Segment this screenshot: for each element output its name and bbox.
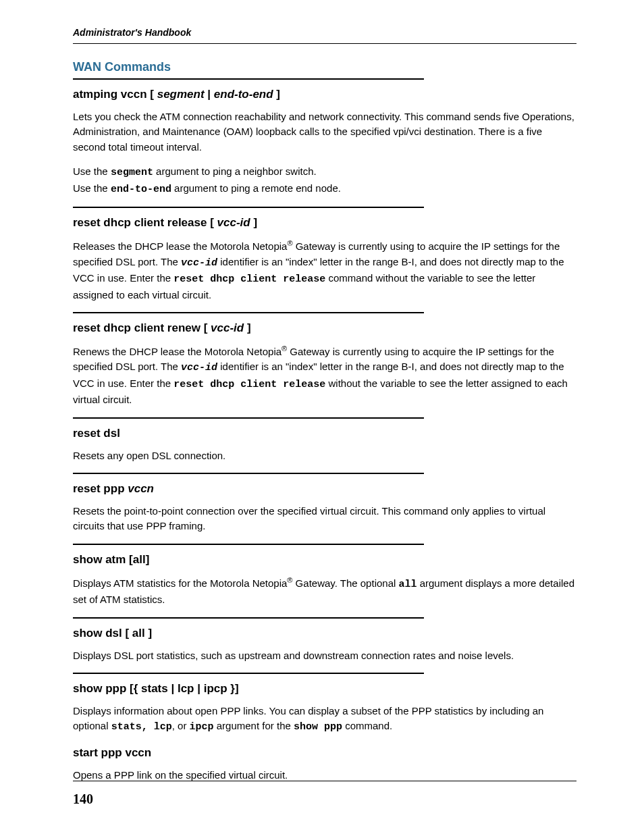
command-heading: show dsl [ all ] — [73, 625, 576, 642]
page-container: Administrator's Handbook WAN Commands at… — [0, 0, 644, 834]
section-divider — [73, 207, 424, 208]
body-text: Resets any open DSL connection. — [73, 448, 576, 464]
command-heading: reset dsl — [73, 425, 576, 442]
command-heading: atmping vccn [ segment | end-to-end ] — [73, 86, 576, 103]
body-text: Renews the DHCP lease the Motorola Netop… — [73, 343, 576, 408]
section-divider — [73, 417, 424, 419]
footer-divider — [73, 781, 576, 781]
body-text: Displays ATM statistics for the Motorola… — [73, 575, 576, 608]
command-heading: start ppp vccn — [73, 745, 576, 761]
command-heading: reset dhcp client renew [ vcc-id ] — [73, 320, 576, 336]
page-number: 140 — [73, 791, 93, 807]
body-text: Displays information about open PPP link… — [73, 704, 576, 735]
section-divider — [73, 617, 424, 619]
section-divider — [73, 544, 424, 545]
header-divider — [73, 43, 576, 44]
body-text: Use the segment argument to ping a neigh… — [73, 164, 576, 197]
section-divider — [73, 78, 424, 80]
command-heading: reset dhcp client release [ vcc-id ] — [73, 215, 576, 231]
command-heading: show atm [all] — [73, 552, 576, 568]
section-title: WAN Commands — [73, 60, 576, 74]
body-text: Displays DSL port statistics, such as up… — [73, 648, 576, 664]
section-divider — [73, 473, 424, 474]
command-heading: reset ppp vccn — [73, 481, 576, 497]
running-header: Administrator's Handbook — [73, 27, 576, 38]
body-text: Releases the DHCP lease the Motorola Net… — [73, 238, 576, 303]
command-heading: show ppp [{ stats | lcp | ipcp }] — [73, 681, 576, 697]
section-divider — [73, 312, 424, 313]
section-divider — [73, 673, 424, 674]
body-text: Resets the point-to-point connection ove… — [73, 504, 576, 534]
body-text: Lets you check the ATM connection reacha… — [73, 109, 576, 155]
